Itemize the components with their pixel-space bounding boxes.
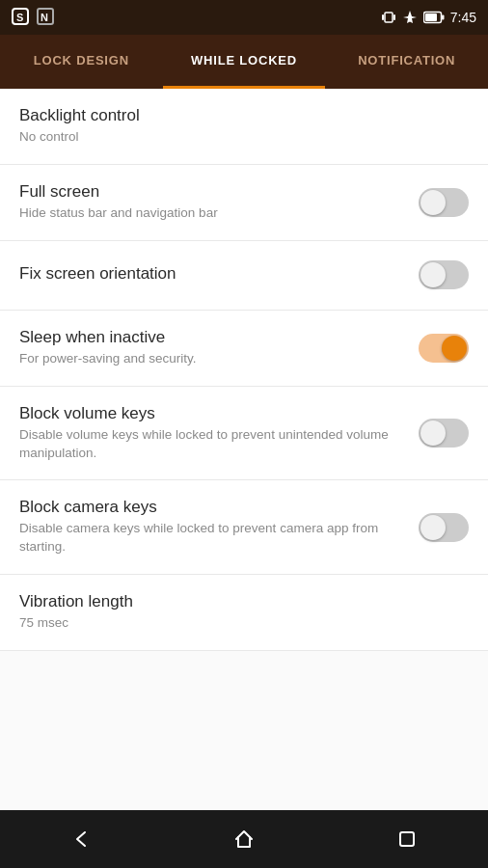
settings-content: Backlight control No control Full screen… — [0, 89, 488, 810]
vibrate-icon — [381, 10, 396, 25]
nav-back-button[interactable] — [52, 820, 110, 858]
tab-lock-design[interactable]: LOCK DESIGN — [0, 35, 163, 89]
toggle-fix-orientation[interactable] — [419, 260, 469, 289]
setting-desc-volume: Disable volume keys while locked to prev… — [19, 426, 403, 463]
setting-desc-camera: Disable camera keys while locked to prev… — [19, 520, 403, 556]
app-icon-n: N — [37, 8, 54, 28]
setting-vibration-length[interactable]: Vibration length 75 msec — [0, 575, 488, 651]
setting-title-orientation: Fix screen orientation — [19, 264, 403, 284]
toggle-sleep-inactive[interactable] — [419, 334, 469, 363]
setting-full-screen[interactable]: Full screen Hide status bar and navigati… — [0, 165, 488, 241]
setting-title-backlight: Backlight control — [19, 106, 453, 125]
status-bar: S N 7:45 — [0, 0, 488, 35]
bottom-navigation — [0, 810, 488, 868]
setting-desc-fullscreen: Hide status bar and navigation bar — [19, 204, 403, 223]
setting-title-volume: Block volume keys — [19, 404, 403, 423]
setting-desc-sleep: For power-saving and security. — [19, 350, 403, 368]
setting-title-sleep: Sleep when inactive — [19, 328, 403, 347]
status-bar-left: S N — [12, 8, 54, 28]
setting-desc-backlight: No control — [19, 128, 453, 147]
toggle-full-screen[interactable] — [419, 188, 469, 217]
app-icon-s: S — [12, 8, 29, 28]
setting-title-vibration: Vibration length — [19, 592, 453, 611]
tab-notification[interactable]: NOTIFICATION — [325, 35, 488, 89]
battery-icon — [423, 11, 445, 24]
toggle-block-volume[interactable] — [419, 419, 469, 448]
setting-title-fullscreen: Full screen — [19, 182, 403, 202]
setting-block-volume[interactable]: Block volume keys Disable volume keys wh… — [0, 387, 488, 481]
setting-backlight-control[interactable]: Backlight control No control — [0, 89, 488, 165]
svg-rect-10 — [400, 832, 414, 846]
tab-while-locked[interactable]: WHILE LOCKED — [163, 35, 326, 89]
svg-text:S: S — [16, 12, 23, 23]
svg-text:N: N — [41, 12, 48, 23]
svg-rect-9 — [442, 15, 445, 20]
nav-home-button[interactable] — [215, 820, 273, 858]
setting-sleep-inactive[interactable]: Sleep when inactive For power-saving and… — [0, 311, 488, 387]
nav-recent-button[interactable] — [378, 820, 436, 858]
time-display: 7:45 — [450, 10, 476, 25]
svg-rect-8 — [425, 14, 437, 21]
status-bar-right: 7:45 — [381, 10, 476, 25]
setting-title-camera: Block camera keys — [19, 498, 403, 517]
setting-desc-vibration: 75 msec — [19, 614, 453, 633]
setting-block-camera[interactable]: Block camera keys Disable camera keys wh… — [0, 480, 488, 575]
svg-rect-5 — [382, 14, 384, 20]
tab-bar: LOCK DESIGN WHILE LOCKED NOTIFICATION — [0, 35, 488, 89]
airplane-icon — [402, 10, 418, 25]
svg-rect-6 — [393, 14, 395, 20]
toggle-block-camera[interactable] — [419, 513, 469, 542]
setting-fix-orientation[interactable]: Fix screen orientation — [0, 241, 488, 311]
svg-rect-4 — [385, 13, 393, 22]
